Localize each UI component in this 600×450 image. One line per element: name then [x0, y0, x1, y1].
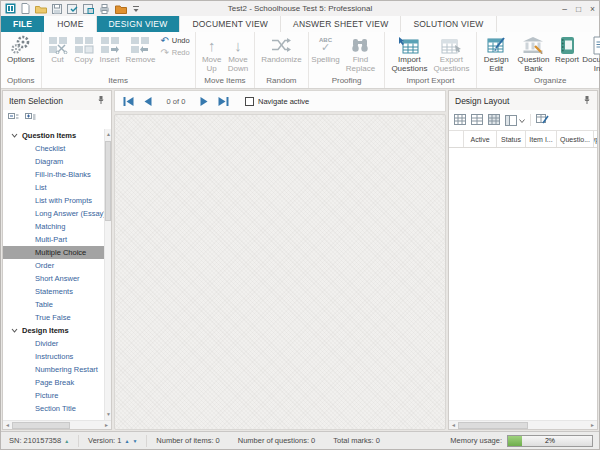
layout-grid-body[interactable]	[449, 148, 597, 420]
tree-section-design-items[interactable]: Design Items	[3, 324, 111, 337]
scroll-down-icon[interactable]: ▼	[105, 410, 112, 419]
column-header-type[interactable]: Type	[594, 131, 597, 147]
move-up-button[interactable]: ↑ Move Up	[199, 33, 225, 73]
layout-view-3-icon[interactable]	[488, 114, 500, 127]
tree-vertical-scrollbar[interactable]: ▲ ▼	[104, 129, 111, 420]
tree-item-list-with-prompts[interactable]: List with Prompts	[3, 194, 111, 207]
save-button[interactable]	[52, 4, 62, 14]
scroll-right-icon[interactable]: ►	[588, 422, 597, 428]
tree-item-statements[interactable]: Statements	[3, 285, 111, 298]
collapse-all-icon[interactable]	[8, 113, 19, 124]
column-header-questions[interactable]: Questio...	[557, 131, 594, 147]
edit-filter-icon[interactable]	[536, 114, 549, 127]
version-down-icon[interactable]: ▼	[132, 438, 137, 444]
tree-item-page-break[interactable]: Page Break	[3, 376, 111, 389]
layout-view-1-icon[interactable]	[454, 114, 466, 127]
insert-button[interactable]: Insert	[97, 33, 123, 65]
first-item-button[interactable]	[121, 94, 136, 109]
tree-item-long-answer-essay[interactable]: Long Answer (Essay)	[3, 207, 111, 220]
group-label-import-export: Import Export	[388, 75, 472, 88]
tree-item-checklist[interactable]: Checklist	[3, 142, 111, 155]
memory-usage-value: 2%	[508, 436, 592, 446]
tree-horizontal-scrollbar[interactable]: ◄ ►	[3, 420, 111, 429]
last-item-button[interactable]	[216, 94, 231, 109]
scrollbar-thumb[interactable]	[458, 422, 528, 429]
save-all-button[interactable]	[83, 4, 94, 14]
tab-file[interactable]: FILE	[1, 16, 44, 32]
group-label-random: Random	[258, 75, 304, 88]
scroll-right-icon[interactable]: ►	[102, 422, 111, 428]
print-button[interactable]	[99, 4, 110, 14]
undo-button[interactable]: ↶ Undo	[160, 36, 189, 45]
design-canvas[interactable]	[114, 114, 446, 430]
maximize-button[interactable]: □	[576, 4, 581, 14]
tree-item-divider[interactable]: Divider	[3, 337, 111, 350]
copy-button[interactable]: Copy	[71, 33, 97, 65]
column-header-indicator[interactable]	[449, 131, 464, 147]
remove-button[interactable]: Remove	[123, 33, 159, 65]
cut-button[interactable]: Cut	[45, 33, 71, 65]
tab-answer-sheet-view[interactable]: ANSWER SHEET VIEW	[281, 16, 401, 32]
tab-design-view[interactable]: DESIGN VIEW	[97, 16, 181, 32]
tree-item-matching[interactable]: Matching	[3, 220, 111, 233]
tree-item-numbering-restart[interactable]: Numbering Restart	[3, 363, 111, 376]
options-button[interactable]: Options	[4, 33, 38, 65]
group-label-organize: Organize	[480, 75, 600, 88]
pin-icon[interactable]	[97, 95, 105, 107]
folder-history-button[interactable]	[115, 4, 127, 14]
question-bank-button[interactable]: Question Bank	[513, 33, 554, 73]
navigate-active-checkbox[interactable]	[245, 97, 254, 106]
pin-icon[interactable]	[583, 95, 591, 107]
tab-document-view[interactable]: DOCUMENT VIEW	[180, 16, 281, 32]
previous-item-button[interactable]	[140, 94, 155, 109]
navigate-active-option[interactable]: Navigate active	[245, 97, 309, 106]
randomize-button[interactable]: Randomize	[258, 33, 304, 65]
find-replace-button[interactable]: Find Replace	[339, 33, 381, 73]
layout-view-2-icon[interactable]	[471, 114, 483, 127]
tree-section-question-items[interactable]: Question Items	[3, 129, 111, 142]
tree-item-fill-in-the-blanks[interactable]: Fill-in-the-Blanks	[3, 168, 111, 181]
scrollbar-thumb[interactable]	[105, 141, 111, 221]
column-header-item-id[interactable]: Item I...	[526, 131, 557, 147]
tree-item-list[interactable]: List	[3, 181, 111, 194]
import-questions-button[interactable]: Import Questions	[388, 33, 430, 73]
items-count: Number of items: 0	[147, 435, 228, 447]
export-questions-button[interactable]: Export Questions	[430, 33, 472, 73]
tab-home[interactable]: HOME	[45, 16, 96, 32]
tree-item-short-answer[interactable]: Short Answer	[3, 272, 111, 285]
next-item-button[interactable]	[197, 94, 212, 109]
column-header-status[interactable]: Status	[497, 131, 526, 147]
ribbon-group-random: Randomize Random	[255, 32, 308, 88]
close-button[interactable]: ×	[590, 4, 595, 14]
report-button[interactable]: Report	[554, 33, 580, 65]
minimize-button[interactable]: –	[562, 4, 567, 14]
tree-item-instructions[interactable]: Instructions	[3, 350, 111, 363]
version-up-icon[interactable]: ▲	[124, 438, 129, 444]
column-chooser-dropdown[interactable]	[505, 115, 525, 126]
scroll-left-icon[interactable]: ◄	[3, 422, 12, 428]
tree-item-multiple-choice[interactable]: Multiple Choice	[3, 246, 104, 259]
save-as-button[interactable]	[67, 4, 78, 14]
scrollbar-thumb[interactable]	[12, 422, 70, 429]
document-info-button[interactable]: Document Info	[580, 33, 600, 73]
new-document-button[interactable]	[21, 3, 30, 14]
layout-horizontal-scrollbar[interactable]: ◄ ►	[449, 420, 597, 429]
tab-solution-view[interactable]: SOLUTION VIEW	[401, 16, 496, 32]
tree-item-order[interactable]: Order	[3, 259, 111, 272]
qat-menu-caret-icon[interactable]	[132, 5, 140, 13]
tree-item-true-false[interactable]: True False	[3, 311, 111, 324]
redo-button[interactable]: ↷ Redo	[160, 48, 189, 57]
tree-item-table[interactable]: Table	[3, 298, 111, 311]
scroll-up-icon[interactable]: ▲	[105, 130, 112, 139]
open-folder-button[interactable]	[35, 4, 47, 14]
scroll-left-icon[interactable]: ◄	[449, 422, 458, 428]
design-edit-button[interactable]: Design Edit	[480, 33, 513, 73]
column-header-active[interactable]: Active	[464, 131, 497, 147]
tree-item-diagram[interactable]: Diagram	[3, 155, 111, 168]
tree-item-picture[interactable]: Picture	[3, 389, 111, 402]
spelling-button[interactable]: ABC ✓ Spelling	[312, 33, 340, 65]
expand-all-icon[interactable]	[25, 113, 36, 124]
tree-item-section-title[interactable]: Section Title	[3, 402, 111, 415]
tree-item-multi-part[interactable]: Multi-Part	[3, 233, 111, 246]
move-down-button[interactable]: ↓ Move Down	[225, 33, 251, 73]
